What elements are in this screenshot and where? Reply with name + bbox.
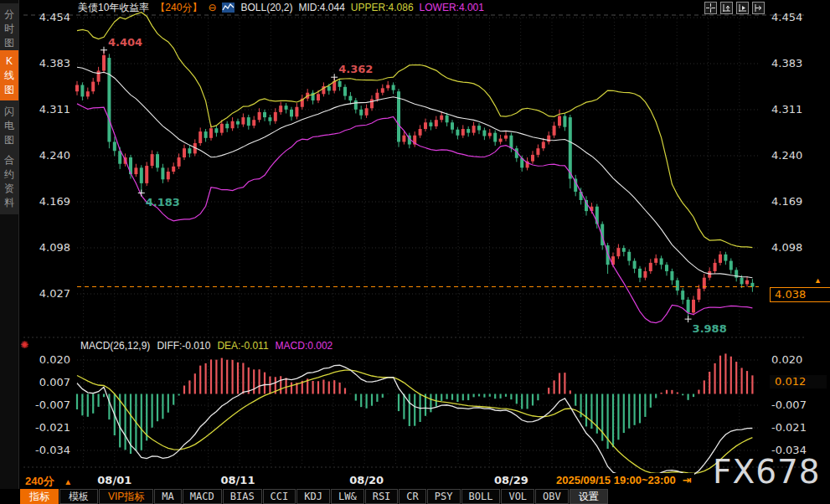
macd-dea-value: DEA:-0.011 xyxy=(217,340,268,352)
datetime-text: 2025/09/15 19:00~23:00 xyxy=(556,474,676,486)
current-candle-datetime: 2025/09/15 19:00~23:00 ⇥ xyxy=(553,473,694,487)
macd-y-tick-left: 0.007 xyxy=(22,376,70,388)
macd-diff-value: DIFF:-0.010 xyxy=(157,340,210,352)
toolbar-tab-9[interactable]: LW& xyxy=(331,489,364,504)
goto-latest-icon[interactable] xyxy=(752,2,765,14)
extreme-price-annotation: 4.183 xyxy=(146,196,180,208)
macd-y-tick-left: 0.020 xyxy=(22,353,70,366)
price-arrow-icon: ▲ xyxy=(814,276,822,285)
main-y-tick-right: 4.240 xyxy=(771,149,825,162)
main-y-tick-left: 4.169 xyxy=(22,195,70,208)
macd-y-tick-right: -0.007 xyxy=(771,399,825,411)
main-y-tick-right: 4.098 xyxy=(771,241,825,254)
timeframe-text: 240分 xyxy=(25,475,54,487)
sidebar: 分时图K线图闪电图合约资料 xyxy=(0,0,19,504)
main-y-tick-left: 4.383 xyxy=(22,57,70,69)
period-label[interactable]: 【240分】 xyxy=(155,1,202,15)
macd-y-tick-left: -0.007 xyxy=(22,399,70,411)
current-price-badge: 4.038 xyxy=(770,287,830,302)
boll-label: BOLL(20,2) xyxy=(240,2,292,13)
chart-plot[interactable] xyxy=(0,0,830,504)
scale-x-axis-icon[interactable] xyxy=(736,2,749,14)
collapse-icon[interactable]: ⊖ xyxy=(208,2,216,13)
toolbar-tab-14[interactable]: VOL xyxy=(501,489,534,504)
instrument-title: 美债10年收益率 xyxy=(78,1,149,15)
indicator-toolbar: 指标模板VIP指标MAMACDBIASCCIKDJLW&RSICRPSYBOLL… xyxy=(0,489,830,504)
main-y-tick-left: 4.311 xyxy=(22,103,70,116)
toolbar-tab-3[interactable]: VIP指标 xyxy=(99,489,153,504)
main-y-tick-left: 4.027 xyxy=(22,287,70,300)
x-axis-date: 08/11 xyxy=(221,474,255,486)
extreme-price-annotation: 4.362 xyxy=(338,63,373,75)
toolbar-tab-4[interactable]: MA xyxy=(154,489,181,504)
main-y-tick-left: 4.098 xyxy=(22,241,70,254)
toolbar-tab-7[interactable]: CCI xyxy=(263,489,296,504)
sidebar-tab-2[interactable]: K线图 xyxy=(0,50,18,101)
macd-macd-value: MACD:0.002 xyxy=(276,340,333,352)
main-y-tick-right: 4.169 xyxy=(771,195,825,208)
sidebar-tab-3[interactable]: 闪电图 xyxy=(0,100,18,152)
x-axis-date: 08/20 xyxy=(349,474,384,486)
extreme-price-annotation: 4.404 xyxy=(108,36,142,49)
extreme-price-annotation: 3.988 xyxy=(693,322,727,335)
macd-y-tick-right: 0.020 xyxy=(771,353,825,366)
toolbar-tab-12[interactable]: PSY xyxy=(427,489,461,504)
goto-latest-glyph[interactable]: ⇥ xyxy=(682,474,691,486)
boll-mid-value: MID:4.044 xyxy=(299,2,345,13)
toolbar-tab-6[interactable]: BIAS xyxy=(223,489,262,504)
main-y-tick-right: 4.311 xyxy=(771,103,825,116)
boll-upper-value: UPPER:4.086 xyxy=(351,2,414,13)
boll-lower-value: LOWER:4.001 xyxy=(420,2,484,13)
kline-chart-icon xyxy=(222,3,235,13)
scale-y-axis-icon[interactable] xyxy=(720,2,733,14)
toolbar-tab-16[interactable]: 设置 xyxy=(570,489,608,504)
macd-y-tick-right: -0.021 xyxy=(771,421,825,434)
toolbar-tab-5[interactable]: MACD xyxy=(183,489,222,504)
toolbar-tab-15[interactable]: OBV xyxy=(535,489,569,504)
toolbar-tab-10[interactable]: RSI xyxy=(365,489,399,504)
toolbar-tab-8[interactable]: KDJ xyxy=(296,489,330,504)
toolbar-tab-11[interactable]: CR xyxy=(399,489,425,504)
toolbar-tab-13[interactable]: BOLL xyxy=(461,489,501,504)
header-toolbar xyxy=(701,2,765,14)
x-axis-date: 08/01 xyxy=(97,474,131,486)
toolbar-tab-1[interactable]: 指标 xyxy=(20,489,59,504)
app-window: 分时图K线图闪电图合约资料 美债10年收益率 【240分】 ⊖ BOLL(20,… xyxy=(0,0,830,504)
sidebar-tab-4[interactable]: 合约资料 xyxy=(0,149,18,214)
macd-y-tick-left: -0.034 xyxy=(22,444,70,456)
brand-watermark: FX678 xyxy=(713,453,821,491)
macd-label: MACD(26,12,9) xyxy=(80,340,150,352)
timeframe-label[interactable]: 240分 ▲ xyxy=(25,474,72,489)
macd-value-badge: 0.012 xyxy=(770,375,827,388)
x-axis-date: 08/29 xyxy=(494,474,528,486)
toolbar-tab-2[interactable]: 模板 xyxy=(59,489,98,504)
crosshair-icon[interactable] xyxy=(704,2,717,14)
sidebar-tab-1[interactable]: 分时图 xyxy=(0,3,18,54)
timeframe-arrow-icon: ▲ xyxy=(64,477,72,486)
main-y-tick-right: 4.383 xyxy=(771,57,825,69)
macd-y-tick-left: -0.021 xyxy=(22,421,70,434)
macd-header: MACD(26,12,9) DIFF:-0.010 DEA:-0.011 MAC… xyxy=(18,338,772,352)
main-y-tick-left: 4.240 xyxy=(22,149,70,162)
